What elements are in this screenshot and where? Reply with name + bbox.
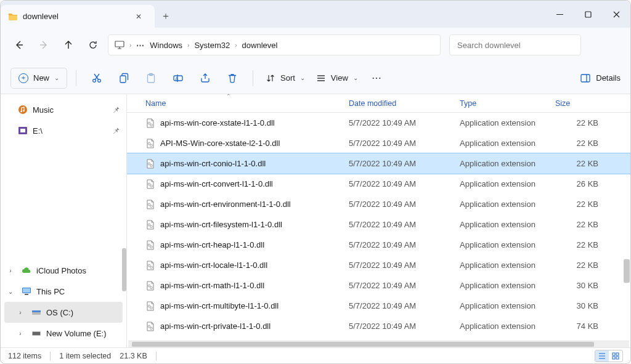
view-details-button[interactable] <box>595 350 609 362</box>
expand-icon[interactable]: ⌄ <box>7 288 14 295</box>
file-name: api-ms-win-crt-conio-l1-1-0.dll <box>160 159 266 168</box>
crumb-windows[interactable]: Windows <box>150 41 182 50</box>
selected-size: 21.3 KB <box>120 352 147 360</box>
sidebar-item-new-volume-e[interactable]: › New Volume (E:) <box>1 323 126 344</box>
status-bar: 112 items 1 item selected 21.3 KB <box>1 347 630 363</box>
sort-indicator-icon: ⌃ <box>226 93 231 99</box>
col-name[interactable]: Name <box>139 99 343 108</box>
delete-button[interactable] <box>221 68 244 89</box>
svg-point-2 <box>93 79 96 82</box>
separator <box>156 352 157 360</box>
cut-button[interactable] <box>85 68 108 89</box>
separator <box>253 70 253 86</box>
file-icon <box>145 322 155 331</box>
file-name: api-ms-win-crt-environment-l1-1-0.dll <box>160 200 291 209</box>
copy-button[interactable] <box>112 68 136 89</box>
view-thumbnails-button[interactable] <box>609 350 622 362</box>
rename-button[interactable]: A <box>166 68 190 89</box>
sidebar-item-icloud[interactable]: › iCloud Photos <box>1 260 126 281</box>
details-button[interactable]: Details <box>580 73 621 84</box>
file-row[interactable]: api-ms-win-crt-convert-l1-1-0.dll5/7/202… <box>127 174 630 194</box>
file-type: Application extension <box>454 159 549 168</box>
file-icon <box>145 261 155 270</box>
search-placeholder: Search downlevel <box>457 41 521 50</box>
file-row[interactable]: api-ms-win-crt-environment-l1-1-0.dll5/7… <box>127 194 630 214</box>
sidebar-item-thispc[interactable]: ⌄ This PC <box>1 281 126 302</box>
svg-rect-43 <box>613 353 615 355</box>
file-row[interactable]: api-ms-win-crt-math-l1-1-0.dll5/7/2022 1… <box>127 275 630 296</box>
file-row[interactable]: API-MS-Win-core-xstate-l2-1-0.dll5/7/202… <box>127 133 630 153</box>
chevron-down-icon: ⌄ <box>54 75 59 81</box>
back-button[interactable] <box>8 34 30 56</box>
file-list-pane: ⌃ Name Date modified Type Size api-ms-wi… <box>127 94 630 347</box>
new-button[interactable]: + New ⌄ <box>10 68 67 89</box>
sidebar-item-e[interactable]: E:\ 📌︎ <box>1 120 126 141</box>
file-name: API-MS-Win-core-xstate-l2-1-0.dll <box>160 139 280 148</box>
file-type: Application extension <box>454 301 549 310</box>
file-row[interactable]: api-ms-win-crt-filesystem-l1-1-0.dll5/7/… <box>127 214 630 235</box>
chevron-right-icon[interactable]: › <box>187 42 189 49</box>
monitor-icon <box>115 40 124 50</box>
more-button[interactable]: ⋯ <box>365 68 389 89</box>
expand-icon[interactable]: › <box>7 267 14 274</box>
sort-button[interactable]: Sort ⌄ <box>262 68 309 89</box>
file-date: 5/7/2022 10:49 AM <box>343 118 454 127</box>
tab-close-button[interactable]: ✕ <box>130 8 147 25</box>
sidebar-item-music[interactable]: Music 📌︎ <box>1 99 126 120</box>
crumb-downlevel[interactable]: downlevel <box>242 41 278 50</box>
file-date: 5/7/2022 10:49 AM <box>343 301 454 310</box>
forward-button[interactable] <box>33 34 55 56</box>
file-row[interactable]: api-ms-win-core-xstate-l1-1-0.dll5/7/202… <box>127 113 630 133</box>
up-button[interactable] <box>57 34 79 56</box>
selected-count: 1 item selected <box>59 352 111 360</box>
file-size: 22 KB <box>549 200 598 209</box>
horizontal-scrollbar[interactable] <box>128 341 629 347</box>
window-controls <box>545 1 630 28</box>
breadcrumb-overflow-button[interactable]: ⋯ <box>136 41 145 50</box>
file-size: 22 KB <box>549 240 598 249</box>
chevron-right-icon[interactable]: › <box>235 42 237 49</box>
separator <box>50 352 51 360</box>
crumb-system32[interactable]: System32 <box>194 41 230 50</box>
sort-icon <box>266 73 275 83</box>
expand-icon[interactable]: › <box>17 330 24 337</box>
col-date[interactable]: Date modified <box>343 99 454 108</box>
share-button[interactable] <box>193 68 217 89</box>
pin-icon: 📌︎ <box>112 126 120 135</box>
file-icon <box>145 200 155 209</box>
file-date: 5/7/2022 10:49 AM <box>343 139 454 148</box>
file-row[interactable]: api-ms-win-crt-heap-l1-1-0.dll5/7/2022 1… <box>127 235 630 255</box>
file-name: api-ms-win-crt-convert-l1-1-0.dll <box>160 179 273 188</box>
title-bar: downlevel ✕ ＋ <box>1 1 630 28</box>
file-icon <box>145 281 155 291</box>
file-date: 5/7/2022 10:49 AM <box>343 261 454 270</box>
file-type: Application extension <box>454 118 549 127</box>
file-type: Application extension <box>454 179 549 188</box>
toolbar: + New ⌄ A Sort ⌄ View ⌄ ⋯ Details <box>1 62 630 94</box>
file-row[interactable]: api-ms-win-crt-locale-l1-1-0.dll5/7/2022… <box>127 255 630 275</box>
file-row[interactable]: api-ms-win-crt-private-l1-1-0.dll5/7/202… <box>127 316 630 336</box>
sidebar-item-os-c[interactable]: › OS (C:) <box>4 302 123 323</box>
chevron-right-icon[interactable]: › <box>129 42 131 49</box>
close-window-button[interactable] <box>602 1 630 28</box>
view-button[interactable]: View ⌄ <box>312 68 362 89</box>
maximize-button[interactable] <box>574 1 602 28</box>
file-date: 5/7/2022 10:49 AM <box>343 179 454 188</box>
search-input[interactable]: Search downlevel <box>449 34 581 55</box>
refresh-button[interactable] <box>82 34 104 56</box>
tab-downlevel[interactable]: downlevel ✕ <box>1 5 155 28</box>
details-label: Details <box>596 73 621 83</box>
file-row[interactable]: api-ms-win-crt-conio-l1-1-0.dll5/7/2022 … <box>127 153 630 174</box>
icloud-icon <box>22 265 31 275</box>
address-bar[interactable]: › ⋯ Windows › System32 › downlevel <box>108 34 441 55</box>
file-row[interactable]: api-ms-win-crt-multibyte-l1-1-0.dll5/7/2… <box>127 296 630 316</box>
sidebar-scrollbar[interactable] <box>122 248 126 291</box>
new-tab-button[interactable]: ＋ <box>155 5 177 28</box>
file-size: 22 KB <box>549 118 598 127</box>
paste-button[interactable] <box>139 68 163 89</box>
col-type[interactable]: Type <box>454 99 549 108</box>
minimize-button[interactable] <box>545 1 574 28</box>
file-scrollbar[interactable] <box>624 259 630 283</box>
col-size[interactable]: Size <box>549 99 598 108</box>
expand-icon[interactable]: › <box>17 309 24 316</box>
